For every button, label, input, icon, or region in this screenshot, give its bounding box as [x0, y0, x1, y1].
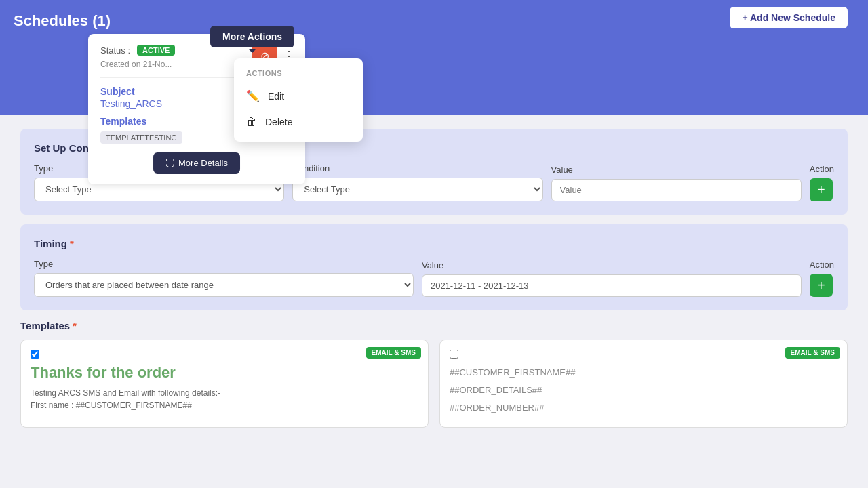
delete-label: Delete — [265, 117, 292, 127]
placeholder3: ##ORDER_NUMBER## — [450, 399, 837, 417]
email-sms-badge-1: EMAIL & SMS — [366, 347, 421, 359]
template-1-body-line2: First name : ##CUSTOMER_FIRSTNAME## — [31, 399, 418, 411]
dropdown-menu: ACTIONS ✏️ Edit 🗑 Delete — [234, 58, 363, 142]
add-timing-button[interactable]: + — [810, 274, 833, 297]
template-2-body: ##CUSTOMER_FIRSTNAME## ##ORDER_DETAILS##… — [450, 364, 837, 417]
value-col-header: Value — [551, 165, 802, 175]
placeholder1: ##CUSTOMER_FIRSTNAME## — [450, 364, 837, 382]
value-col-group: Value — [551, 165, 802, 201]
action-col-group: Action + — [810, 164, 834, 201]
template-1-body: Testing ARCS SMS and Email with followin… — [31, 387, 418, 411]
more-details-button[interactable]: ⛶ More Details — [153, 152, 240, 174]
checkbox-row-2 — [450, 350, 837, 359]
condition-col-header: Condition — [292, 163, 542, 174]
add-condition-button[interactable]: + — [810, 178, 833, 201]
timing-required-star: * — [70, 238, 74, 249]
more-details-label: More Details — [178, 158, 228, 168]
template-2-checkbox[interactable] — [450, 350, 458, 359]
dropdown-section-label: ACTIONS — [234, 65, 363, 83]
more-actions-tooltip: More Actions — [210, 26, 294, 47]
templates-grid: EMAIL & SMS Thanks for the order Testing… — [20, 340, 848, 428]
template-1-body-line1: Testing ARCS SMS and Email with followin… — [31, 387, 418, 399]
email-sms-badge-2: EMAIL & SMS — [785, 347, 840, 359]
timing-value-col-group: Value — [422, 260, 802, 297]
status-label: Status : — [100, 45, 130, 56]
timing-type-col-header: Type — [34, 259, 414, 269]
timing-action-col-group: Action + — [810, 260, 834, 297]
expand-icon: ⛶ — [165, 158, 174, 168]
template-card-2: EMAIL & SMS ##CUSTOMER_FIRSTNAME## ##ORD… — [439, 340, 848, 428]
trash-icon: 🗑 — [246, 116, 257, 128]
templates-section-title: Templates * — [20, 320, 848, 331]
timing-value-col-header: Value — [422, 260, 802, 270]
edit-menu-item[interactable]: ✏️ Edit — [234, 83, 363, 109]
delete-menu-item[interactable]: 🗑 Delete — [234, 109, 363, 135]
add-schedule-button[interactable]: + Add New Schedule — [730, 7, 848, 28]
value-input[interactable] — [551, 179, 802, 201]
edit-label: Edit — [268, 91, 284, 102]
template-1-title: Thanks for the order — [31, 364, 418, 382]
page-title: Schedules (1) — [14, 12, 111, 30]
timing-type-col-group: Type Orders that are placed between date… — [34, 259, 414, 297]
timing-type-select[interactable]: Orders that are placed between date rang… — [34, 273, 414, 297]
status-badge: ACTIVE — [137, 45, 175, 56]
timing-grid: Type Orders that are placed between date… — [34, 259, 834, 297]
timing-value-input[interactable] — [422, 274, 802, 297]
template-tag: TEMPLATETESTING — [100, 131, 182, 144]
templates-section: Templates * EMAIL & SMS Thanks for the o… — [20, 320, 848, 428]
checkbox-row-1 — [31, 350, 418, 359]
placeholder2: ##ORDER_DETAILS## — [450, 382, 837, 399]
edit-icon: ✏️ — [246, 89, 260, 102]
template-card-1: EMAIL & SMS Thanks for the order Testing… — [20, 340, 429, 428]
templates-required-star: * — [73, 320, 77, 331]
timing-action-col-header: Action — [810, 260, 834, 270]
action-col-header: Action — [810, 164, 834, 174]
timing-title: Timing * — [34, 238, 834, 249]
timing-section: Timing * Type Orders that are placed bet… — [20, 224, 848, 310]
template-1-checkbox[interactable] — [31, 350, 39, 359]
condition-select[interactable]: Select Type — [292, 178, 542, 201]
condition-col-group: Condition Select Type — [292, 163, 542, 201]
